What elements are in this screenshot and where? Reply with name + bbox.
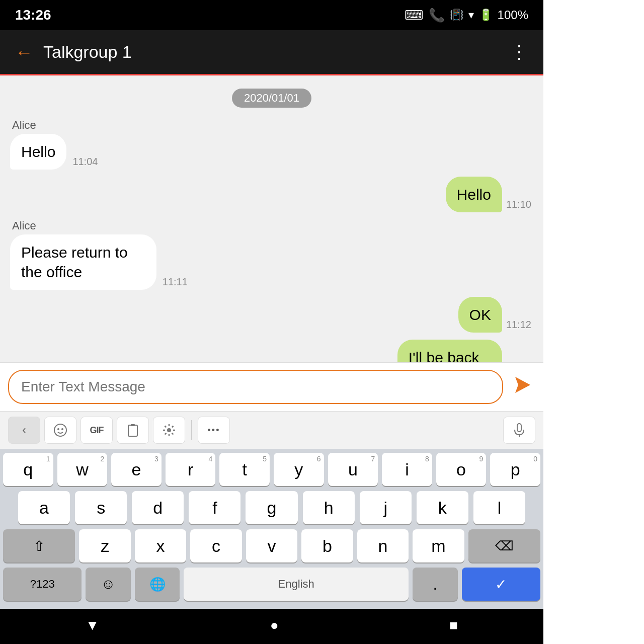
send-button[interactable] [509, 372, 535, 403]
key-r[interactable]: r4 [166, 453, 216, 486]
key-backspace[interactable]: ⌫ [468, 529, 540, 562]
keyboard-row-1: q1 w2 e3 r4 t5 y6 u7 i8 o9 p0 [3, 453, 540, 486]
svg-point-1 [54, 424, 66, 436]
battery-icon: 🔋 [479, 9, 493, 22]
svg-point-3 [61, 428, 63, 430]
bubble-wrap: 11:12 OK [458, 297, 533, 333]
message-time: 11:11 [163, 276, 188, 288]
key-z[interactable]: z [79, 529, 130, 562]
key-n[interactable]: n [357, 529, 409, 562]
key-f[interactable]: f [189, 491, 240, 524]
key-a[interactable]: a [18, 491, 70, 524]
message-bubble: Hello [10, 134, 66, 170]
wifi-icon: ▾ [468, 9, 474, 22]
key-numbers[interactable]: ?123 [3, 568, 82, 601]
keyboard-toolbar: ‹ GIF ••• [0, 411, 543, 449]
nav-recent-button[interactable]: ■ [449, 617, 458, 633]
nav-back-button[interactable]: ▼ [86, 617, 100, 633]
message-time: 11:12 [506, 319, 531, 331]
key-e[interactable]: e3 [111, 453, 162, 486]
settings-button[interactable] [153, 417, 185, 444]
key-v[interactable]: v [246, 529, 297, 562]
message-time: 11:10 [506, 199, 531, 210]
svg-rect-4 [128, 425, 137, 436]
key-m[interactable]: m [413, 529, 464, 562]
bottom-nav: ▼ ● ■ [0, 609, 543, 644]
key-enter[interactable]: ✓ [462, 568, 540, 601]
message-bubble: OK [458, 297, 502, 333]
key-c[interactable]: c [190, 529, 242, 562]
svg-point-6 [167, 428, 171, 432]
svg-rect-5 [131, 424, 135, 426]
message-row: 11:13 I'll be back soon [10, 340, 533, 362]
battery-percent: 100% [498, 8, 528, 22]
more-options-button[interactable]: ⋮ [505, 37, 533, 68]
key-u[interactable]: u7 [328, 453, 378, 486]
mic-button[interactable] [503, 417, 535, 444]
message-input[interactable] [8, 370, 503, 404]
message-row: 11:12 OK [10, 297, 533, 333]
key-b[interactable]: b [301, 529, 353, 562]
key-j[interactable]: j [360, 491, 412, 524]
keyboard: q1 w2 e3 r4 t5 y6 u7 i8 o9 p0 a s d f g … [0, 449, 543, 609]
svg-marker-0 [515, 377, 530, 393]
key-o[interactable]: o9 [436, 453, 487, 486]
sender-name: Alice [12, 119, 36, 132]
more-tools-button[interactable]: ••• [198, 417, 230, 444]
sender-name: Alice [12, 219, 36, 232]
bubble-wrap: 11:10 Hello [446, 177, 533, 212]
key-shift[interactable]: ⇧ [3, 529, 75, 562]
key-i[interactable]: i8 [382, 453, 432, 486]
key-t[interactable]: t5 [219, 453, 270, 486]
sticker-button[interactable] [44, 417, 76, 444]
key-g[interactable]: g [246, 491, 297, 524]
bubble-wrap: Please return to the office 11:11 [10, 234, 235, 290]
gif-button[interactable]: GIF [80, 417, 113, 444]
status-time: 13:26 [15, 7, 51, 23]
bubble-wrap: 11:13 I'll be back soon [372, 340, 533, 362]
key-l[interactable]: l [473, 491, 525, 524]
keyboard-row-4: ?123 ☺ 🌐 English . ✓ [3, 568, 540, 601]
key-d[interactable]: d [132, 491, 184, 524]
back-button[interactable]: ← [10, 37, 38, 68]
chat-area: 2020/01/01 Alice Hello 11:04 11:10 Hello… [0, 75, 543, 362]
page-title: Talkgroup 1 [43, 42, 505, 62]
bubble-wrap: Hello 11:04 [10, 134, 98, 170]
key-k[interactable]: k [417, 491, 468, 524]
key-p[interactable]: p0 [490, 453, 540, 486]
vibrate-icon: 📳 [450, 9, 463, 22]
input-area [0, 362, 543, 411]
message-row: Alice Hello 11:04 [10, 119, 533, 170]
message-bubble: I'll be back soon [397, 340, 502, 362]
key-emoji[interactable]: ☺ [86, 568, 130, 601]
message-bubble: Hello [446, 177, 502, 212]
key-period[interactable]: . [413, 568, 457, 601]
key-globe[interactable]: 🌐 [135, 568, 180, 601]
keyboard-row-3: ⇧ z x c v b n m ⌫ [3, 529, 540, 562]
key-h[interactable]: h [303, 491, 355, 524]
keyboard-icon: ⌨ [405, 8, 424, 23]
clipboard-button[interactable] [117, 417, 149, 444]
key-s[interactable]: s [75, 491, 127, 524]
svg-rect-7 [517, 424, 521, 432]
date-badge: 2020/01/01 [232, 89, 311, 108]
phone-icon: 📞 [429, 8, 445, 23]
key-y[interactable]: y6 [274, 453, 324, 486]
status-icons: ⌨ 📞 📳 ▾ 🔋 100% [405, 8, 528, 23]
app-bar: ← Talkgroup 1 ⋮ [0, 30, 543, 75]
nav-home-button[interactable]: ● [270, 617, 279, 633]
message-row: Alice Please return to the office 11:11 [10, 219, 533, 290]
message-time: 11:04 [72, 156, 98, 168]
key-q[interactable]: q1 [3, 453, 53, 486]
keyboard-row-2: a s d f g h j k l [3, 491, 540, 524]
key-x[interactable]: x [135, 529, 186, 562]
key-w[interactable]: w2 [57, 453, 108, 486]
message-bubble: Please return to the office [10, 234, 156, 290]
message-row: 11:10 Hello [10, 177, 533, 212]
key-space[interactable]: English [184, 568, 409, 601]
svg-point-2 [57, 428, 59, 430]
toolbar-separator [191, 420, 192, 440]
keyboard-back-button[interactable]: ‹ [8, 417, 40, 444]
status-bar: 13:26 ⌨ 📞 📳 ▾ 🔋 100% [0, 0, 543, 30]
